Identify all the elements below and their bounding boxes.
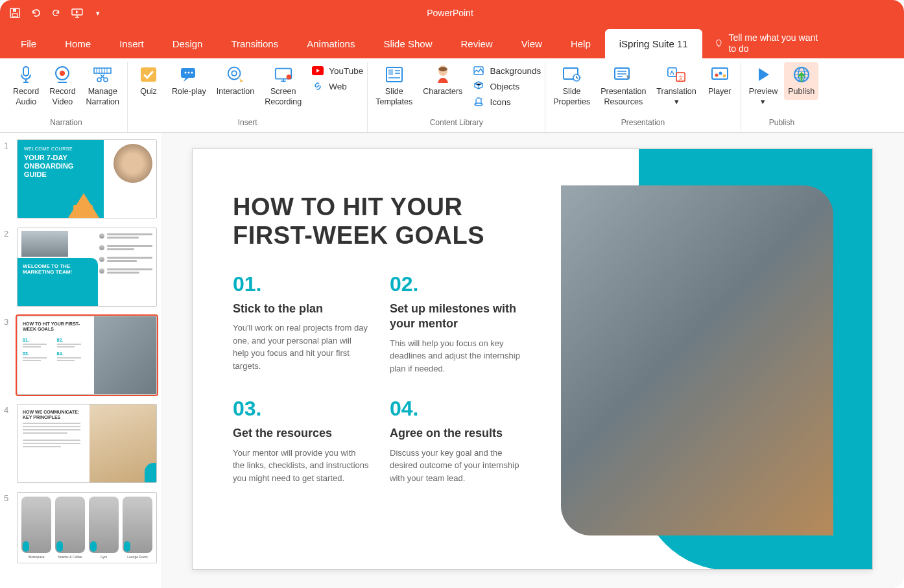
translation-label: Translation▾ <box>656 87 696 107</box>
youtube-icon <box>312 65 324 76</box>
record-audio-button[interactable]: Record Audio <box>9 62 43 110</box>
slide-properties-button[interactable]: Slide Properties <box>549 62 594 110</box>
translation-button[interactable]: A文 Translation▾ <box>652 62 700 110</box>
svg-rect-2 <box>13 9 16 12</box>
goal-3[interactable]: 03. Get the resources Your mentor will p… <box>233 397 369 484</box>
preview-label: Preview▾ <box>749 87 778 107</box>
tab-help[interactable]: Help <box>556 29 605 58</box>
backgrounds-link[interactable]: Backgrounds <box>473 65 541 76</box>
thumbnail-3[interactable]: HOW TO HIT YOUR FIRST-WEEK GOALS 01. 02.… <box>17 316 157 395</box>
goal-body: Discuss your key goal and the desired ou… <box>390 447 526 485</box>
ribbon: Record Audio Record Video Manage Narrati… <box>0 58 904 133</box>
ribbon-group-publish: Preview▾ Publish Publish <box>741 62 822 132</box>
thumbnail-panel[interactable]: 1 WELCOME COURSEYOUR 7-DAY ONBOARDING GU… <box>0 133 161 588</box>
goal-title: Stick to the plan <box>233 301 369 316</box>
presentation-resources-label: Presentation Resources <box>601 87 646 107</box>
redo-icon[interactable] <box>51 7 62 19</box>
svg-text:A: A <box>670 69 674 76</box>
goal-body: Your mentor will provide you with the li… <box>233 447 369 485</box>
tell-me-search[interactable]: Tell me what you want to do <box>702 29 832 58</box>
app-title: PowerPoint <box>113 8 787 18</box>
interaction-label: Interaction <box>217 87 254 97</box>
quiz-label: Quiz <box>140 87 157 97</box>
tab-review[interactable]: Review <box>446 29 506 58</box>
slide-goals-grid: 01. Stick to the plan You'll work on rea… <box>233 272 526 484</box>
present-from-start-icon[interactable] <box>71 7 83 19</box>
tell-me-label: Tell me what you want to do <box>728 32 820 54</box>
thumb-row-4: 4 HOW WE COMMUNICATE: KEY PRINCIPLES <box>4 404 157 483</box>
thumbnail-4[interactable]: HOW WE COMMUNICATE: KEY PRINCIPLES <box>17 404 157 483</box>
slide-canvas[interactable]: HOW TO HIT YOURFIRST-WEEK GOALS 01. Stic… <box>192 148 873 570</box>
svg-point-15 <box>228 67 241 80</box>
goal-title: Get the resources <box>233 426 369 441</box>
interaction-icon <box>226 65 245 84</box>
tab-view[interactable]: View <box>507 29 556 58</box>
thumb-row-1: 1 WELCOME COURSEYOUR 7-DAY ONBOARDING GU… <box>4 139 157 218</box>
thumb-number: 4 <box>4 404 13 483</box>
role-play-button[interactable]: Role-play <box>168 62 210 100</box>
tab-transitions[interactable]: Transitions <box>217 29 292 58</box>
undo-icon[interactable] <box>30 7 42 19</box>
slide-title[interactable]: HOW TO HIT YOURFIRST-WEEK GOALS <box>233 193 484 250</box>
tab-insert[interactable]: Insert <box>105 29 158 58</box>
tab-animations[interactable]: Animations <box>292 29 369 58</box>
thumbnail-2[interactable]: WELCOME TO THE MARKETING TEAM! <box>17 228 157 307</box>
ribbon-group-insert: Quiz Role-play Interaction Screen Record… <box>128 62 368 132</box>
presentation-resources-button[interactable]: Presentation Resources <box>597 62 650 110</box>
manage-narration-button[interactable]: Manage Narration <box>82 62 123 110</box>
role-play-label: Role-play <box>172 87 206 97</box>
tab-slideshow[interactable]: Slide Show <box>369 29 446 58</box>
svg-point-35 <box>719 72 722 75</box>
quick-access-toolbar: ▾ <box>0 7 113 19</box>
interaction-button[interactable]: Interaction <box>213 62 258 100</box>
thumb4-accent <box>145 463 156 482</box>
svg-point-18 <box>286 75 291 80</box>
thumb1-start-button <box>73 205 93 213</box>
group-label-insert: Insert <box>238 117 257 130</box>
youtube-link[interactable]: YouTube <box>312 65 363 76</box>
thumb-number: 3 <box>4 316 13 395</box>
tab-home[interactable]: Home <box>51 29 105 58</box>
characters-label: Characters <box>423 87 462 97</box>
publish-button[interactable]: Publish <box>784 62 818 100</box>
quiz-icon <box>139 65 158 84</box>
icons-icon <box>473 96 484 108</box>
quiz-button[interactable]: Quiz <box>132 62 165 100</box>
goal-1[interactable]: 01. Stick to the plan You'll work on rea… <box>233 272 369 375</box>
svg-point-36 <box>722 75 726 78</box>
qat-customize-icon[interactable]: ▾ <box>92 7 104 19</box>
save-icon[interactable] <box>9 7 21 19</box>
preview-button[interactable]: Preview▾ <box>745 62 781 110</box>
svg-point-16 <box>232 71 237 76</box>
tab-ispring[interactable]: iSpring Suite 11 <box>605 29 702 58</box>
record-audio-label: Record Audio <box>13 87 39 107</box>
slide-editor[interactable]: HOW TO HIT YOURFIRST-WEEK GOALS 01. Stic… <box>161 133 904 588</box>
web-link[interactable]: Web <box>312 80 363 92</box>
record-video-label: Record Video <box>49 87 75 107</box>
icons-link[interactable]: Icons <box>473 96 541 108</box>
slide-templates-button[interactable]: Slide Templates <box>372 62 416 110</box>
thumb1-overline: WELCOME COURSE <box>24 147 97 151</box>
thumbnail-1[interactable]: WELCOME COURSEYOUR 7-DAY ONBOARDING GUID… <box>17 139 157 218</box>
record-video-button[interactable]: Record Video <box>45 62 79 110</box>
goal-2[interactable]: 02. Set up milestones with your mentor T… <box>390 272 526 375</box>
backgrounds-icon <box>473 65 484 76</box>
svg-rect-4 <box>23 67 29 76</box>
svg-rect-21 <box>388 69 393 75</box>
publish-label: Publish <box>788 87 815 97</box>
thumbnail-5[interactable]: Workspace Snacks & Coffee Gym Lounge Roo… <box>17 492 157 563</box>
player-button[interactable]: Player <box>703 62 737 100</box>
characters-button[interactable]: Characters <box>419 62 466 100</box>
goal-4[interactable]: 04. Agree on the results Discuss your ke… <box>390 397 526 484</box>
objects-link[interactable]: Objects <box>473 80 541 92</box>
group-label-content: Content Library <box>430 117 483 130</box>
manage-narration-label: Manage Narration <box>86 87 119 107</box>
screen-recording-button[interactable]: Screen Recording <box>261 62 305 110</box>
tab-design[interactable]: Design <box>158 29 217 58</box>
svg-point-13 <box>188 72 190 74</box>
tab-file[interactable]: File <box>6 29 51 58</box>
svg-point-14 <box>191 72 193 74</box>
thumb-row-5: 5 Workspace Snacks & Coffee Gym Lounge R… <box>4 492 157 563</box>
play-icon <box>754 65 773 84</box>
group-label-narration: Narration <box>50 117 82 130</box>
